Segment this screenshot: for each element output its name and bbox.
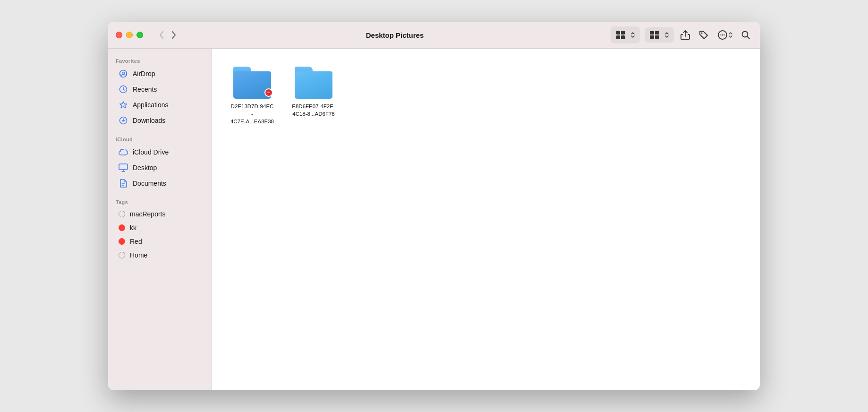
svg-point-15 bbox=[122, 72, 125, 75]
svg-rect-7 bbox=[655, 35, 659, 39]
tags-label: Tags bbox=[108, 196, 212, 207]
svg-rect-1 bbox=[621, 31, 625, 34]
forward-button[interactable] bbox=[169, 30, 179, 40]
maximize-button[interactable] bbox=[136, 32, 143, 38]
minimize-button[interactable] bbox=[126, 32, 133, 38]
sidebar-item-applications[interactable]: Applications bbox=[111, 97, 209, 112]
file-grid: − D2E13D7D-94EC- 4C7E-A...EA8E38 E8D6FE0… bbox=[226, 63, 746, 129]
sidebar-item-desktop-label: Desktop bbox=[133, 164, 157, 172]
file-item[interactable]: E8D6FE07-4F2E- 4C18-8...AD6F78 bbox=[288, 63, 340, 129]
sidebar-item-icloud-label: iCloud Drive bbox=[133, 148, 169, 156]
icloud-icon bbox=[119, 147, 128, 157]
svg-point-12 bbox=[723, 34, 724, 35]
main-layout: Favorites AirDrop bbox=[108, 49, 760, 390]
sidebar-item-icloud-drive[interactable]: iCloud Drive bbox=[111, 145, 209, 160]
group-toggle bbox=[645, 27, 674, 43]
favorites-label: Favorites bbox=[108, 54, 212, 66]
sidebar-item-recents-label: Recents bbox=[133, 86, 157, 93]
badge-minus: − bbox=[264, 88, 273, 97]
sidebar-item-red-label: Red bbox=[130, 238, 142, 245]
svg-rect-5 bbox=[655, 31, 659, 34]
toolbar-actions bbox=[611, 26, 752, 43]
sidebar: Favorites AirDrop bbox=[108, 49, 212, 390]
file-name-2: E8D6FE07-4F2E- 4C18-8...AD6F78 bbox=[292, 103, 335, 118]
sidebar-item-airdrop-label: AirDrop bbox=[133, 70, 155, 77]
documents-icon bbox=[119, 179, 128, 188]
recents-icon bbox=[119, 85, 128, 94]
sidebar-item-red[interactable]: Red bbox=[111, 235, 209, 248]
desktop-icon bbox=[119, 163, 128, 172]
applications-icon bbox=[119, 100, 128, 110]
view-toggle bbox=[611, 26, 640, 43]
svg-rect-2 bbox=[616, 35, 620, 39]
svg-rect-6 bbox=[650, 35, 654, 39]
svg-rect-0 bbox=[616, 31, 620, 34]
tag-button[interactable] bbox=[697, 28, 711, 42]
sidebar-item-macreports-label: macReports bbox=[130, 210, 165, 218]
tag-dot-kk bbox=[119, 224, 125, 231]
icon-view-button[interactable] bbox=[613, 28, 628, 42]
back-button[interactable] bbox=[156, 30, 167, 40]
tag-dot-red bbox=[119, 238, 125, 245]
traffic-lights bbox=[116, 32, 143, 38]
sidebar-item-home-label: Home bbox=[130, 251, 147, 259]
finder-window: Desktop Pictures bbox=[108, 22, 760, 390]
sidebar-item-macreports[interactable]: macReports bbox=[111, 207, 209, 221]
nav-buttons bbox=[156, 30, 179, 40]
tag-dot-macreports bbox=[119, 211, 125, 217]
airdrop-icon bbox=[119, 69, 128, 78]
group-chevron-button[interactable] bbox=[663, 30, 671, 40]
sidebar-item-recents[interactable]: Recents bbox=[111, 82, 209, 97]
svg-rect-18 bbox=[119, 164, 128, 170]
search-button[interactable] bbox=[739, 28, 752, 42]
svg-rect-3 bbox=[621, 35, 625, 39]
sidebar-item-documents-label: Documents bbox=[133, 180, 166, 187]
icloud-label: iCloud bbox=[108, 133, 212, 144]
svg-point-14 bbox=[120, 70, 127, 77]
sidebar-item-desktop[interactable]: Desktop bbox=[111, 160, 209, 175]
sidebar-item-downloads-label: Downloads bbox=[133, 117, 165, 124]
folder-icon-1: − bbox=[233, 67, 271, 99]
toolbar: Desktop Pictures bbox=[108, 22, 760, 49]
sidebar-item-downloads[interactable]: Downloads bbox=[111, 113, 209, 128]
share-button[interactable] bbox=[679, 28, 692, 42]
svg-point-8 bbox=[701, 33, 703, 34]
sidebar-item-documents[interactable]: Documents bbox=[111, 176, 209, 191]
view-chevron-button[interactable] bbox=[629, 30, 637, 40]
sidebar-item-home[interactable]: Home bbox=[111, 249, 209, 262]
downloads-icon bbox=[119, 116, 128, 125]
sidebar-item-applications-label: Applications bbox=[133, 101, 169, 109]
window-title: Desktop Pictures bbox=[194, 31, 596, 39]
svg-point-10 bbox=[720, 34, 721, 35]
folder-body bbox=[295, 71, 332, 99]
group-view-button[interactable] bbox=[647, 29, 662, 41]
more-button[interactable] bbox=[715, 28, 734, 42]
svg-rect-4 bbox=[650, 31, 654, 34]
file-name-1: D2E13D7D-94EC- 4C7E-A...EA8E38 bbox=[230, 103, 274, 125]
close-button[interactable] bbox=[116, 32, 122, 38]
folder-icon-2 bbox=[295, 67, 332, 99]
sidebar-item-kk[interactable]: kk bbox=[111, 221, 209, 234]
file-item[interactable]: − D2E13D7D-94EC- 4C7E-A...EA8E38 bbox=[226, 63, 278, 129]
sidebar-item-kk-label: kk bbox=[130, 224, 136, 232]
content-area: − D2E13D7D-94EC- 4C7E-A...EA8E38 E8D6FE0… bbox=[212, 49, 760, 390]
sidebar-item-airdrop[interactable]: AirDrop bbox=[111, 66, 209, 81]
tag-dot-home bbox=[119, 252, 125, 258]
svg-point-11 bbox=[722, 34, 723, 35]
